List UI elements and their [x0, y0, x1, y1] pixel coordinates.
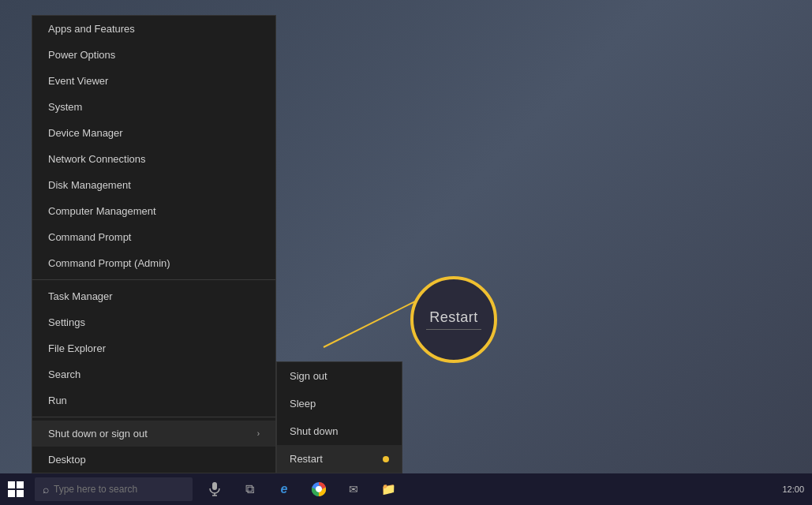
mail-icon[interactable]: ✉ — [338, 473, 369, 505]
menu-item-computer-management[interactable]: Computer Management — [32, 198, 275, 224]
submenu-item-shut-down[interactable]: Shut down — [277, 417, 402, 445]
menu-item-network-connections[interactable]: Network Connections — [32, 146, 275, 172]
restart-callout: Restart — [410, 276, 497, 363]
power-user-menu: Apps and Features Power Options Event Vi… — [32, 15, 276, 473]
taskbar-time: 12:00 — [782, 484, 804, 494]
restart-underline — [426, 329, 481, 330]
menu-item-command-prompt[interactable]: Command Prompt — [32, 224, 275, 250]
windows-icon — [8, 481, 24, 497]
edge-browser-icon[interactable]: e — [268, 473, 300, 505]
search-input[interactable] — [54, 484, 185, 495]
restart-circle: Restart — [410, 276, 497, 363]
desktop: Apps and Features Power Options Event Vi… — [0, 0, 812, 505]
file-explorer-icon[interactable]: 📁 — [372, 473, 404, 505]
menu-item-run[interactable]: Run — [32, 387, 275, 413]
taskbar-right: 12:00 — [782, 484, 812, 494]
menu-item-system[interactable]: System — [32, 94, 275, 120]
menu-item-search[interactable]: Search — [32, 361, 275, 387]
menu-divider-2 — [32, 417, 275, 417]
menu-item-disk-management[interactable]: Disk Management — [32, 172, 275, 198]
chevron-right-icon: › — [257, 429, 260, 438]
menu-item-command-prompt-admin[interactable]: Command Prompt (Admin) — [32, 250, 275, 276]
submenu-item-restart[interactable]: Restart — [277, 445, 402, 473]
submenu-shut-down-sign-out: Sign out Sleep Shut down Restart — [276, 361, 402, 473]
task-view-icon[interactable]: ⧉ — [234, 473, 265, 505]
menu-item-power-options[interactable]: Power Options — [32, 42, 275, 68]
menu-divider-1 — [32, 279, 275, 280]
submenu-item-sleep[interactable]: Sleep — [277, 390, 402, 417]
menu-item-event-viewer[interactable]: Event Viewer — [32, 68, 275, 94]
taskbar-search-bar[interactable]: ⌕ — [35, 477, 193, 501]
restart-label: Restart — [429, 309, 478, 326]
start-button[interactable] — [0, 473, 32, 505]
menu-item-shut-down-sign-out[interactable]: Shut down or sign out › — [32, 421, 275, 447]
taskbar-icons: ⧉ e ✉ 📁 — [199, 473, 404, 505]
menu-item-device-manager[interactable]: Device Manager — [32, 120, 275, 146]
restart-indicator-dot — [383, 456, 389, 462]
svg-rect-1 — [212, 482, 217, 490]
microphone-icon[interactable] — [199, 473, 230, 505]
menu-item-desktop[interactable]: Desktop — [32, 447, 275, 473]
menu-item-settings[interactable]: Settings — [32, 309, 275, 335]
search-icon: ⌕ — [43, 483, 49, 496]
menu-item-file-explorer[interactable]: File Explorer — [32, 335, 275, 361]
chrome-browser-icon[interactable] — [303, 473, 335, 505]
submenu-item-sign-out[interactable]: Sign out — [277, 362, 402, 390]
menu-item-task-manager[interactable]: Task Manager — [32, 283, 275, 309]
taskbar: ⌕ ⧉ e — [0, 473, 812, 505]
menu-item-apps-features[interactable]: Apps and Features — [32, 16, 275, 42]
